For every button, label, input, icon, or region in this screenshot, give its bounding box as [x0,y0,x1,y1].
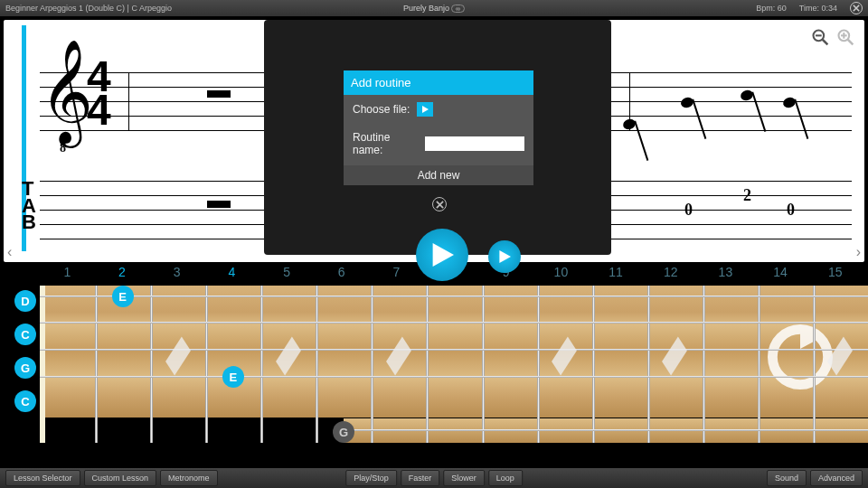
advanced-button[interactable]: Advanced [810,470,863,486]
fretboard[interactable] [40,286,868,418]
string [40,376,868,378]
string [40,322,868,324]
time-label: Time: 0:34 [799,4,837,13]
choose-file-button[interactable] [417,102,433,117]
clef-octave: 8 [60,141,66,155]
fret-number: 7 [369,265,424,283]
fret-wire [647,286,650,443]
routine-name-input[interactable] [425,136,524,151]
fifth-string-mask [40,418,344,443]
fret-wire [426,286,429,443]
fret-wire [537,286,540,443]
fret-wire [205,286,208,443]
routine-name-label: Routine name: [353,131,418,156]
tab-number: 2 [743,186,751,205]
finger-marker[interactable]: E [222,366,244,388]
open-string-label[interactable]: G [14,357,36,379]
fret-wire [150,286,153,443]
fret-number: 1 [40,265,95,283]
sound-button[interactable]: Sound [767,470,807,486]
bpm-label: Bpm: 60 [756,4,787,13]
fret-number: 12 [643,265,698,283]
fret-wire [95,286,98,443]
zoom-in-icon[interactable] [835,27,855,47]
fret-number: 3 [149,265,204,283]
metronome-button[interactable]: Metronome [160,470,218,486]
bottom-bar: Lesson SelectorCustom LessonMetronome Pl… [0,468,868,488]
open-string-label[interactable]: C [14,390,36,412]
fret-wire [316,286,318,443]
finger-marker[interactable]: E [112,286,134,307]
string [344,429,868,431]
play-half-button[interactable] [488,240,521,273]
svg-line-4 [848,40,854,45]
tab-number: 0 [787,201,795,220]
string [40,296,868,297]
fret-number: 10 [533,265,589,283]
modal-close-button[interactable] [432,197,447,211]
rest-icon [207,90,231,98]
fret-wire [371,286,373,443]
fret-wire [758,286,760,443]
faster-button[interactable]: Faster [401,470,440,486]
fret-wire [260,286,263,443]
tab-rest-icon [207,201,231,208]
svg-line-1 [823,40,828,45]
open-string-label[interactable]: C [14,324,36,345]
play-stop-button[interactable]: Play/Stop [345,470,397,486]
tab-label: T A B [22,181,36,231]
fret-number: 13 [698,265,753,283]
fret-wire [482,286,485,443]
treble-clef-icon: 𝄞 [40,47,93,137]
fret-number: 5 [259,265,315,283]
fret-number: 15 [807,265,863,283]
custom-lesson-button[interactable]: Custom Lesson [84,470,157,486]
fret-number: 11 [589,265,644,283]
play-button[interactable] [416,229,468,281]
string [40,349,868,351]
add-new-button[interactable]: Add new [344,165,533,185]
fret-number: 14 [753,265,808,283]
modal-title: Add routine [344,70,533,95]
fifth-string-label[interactable]: G [333,421,354,443]
fret-wire [703,286,705,443]
time-signature: 44 [87,60,111,127]
scroll-left-icon[interactable]: ‹ [7,244,12,260]
repeat-overlay-icon [760,316,841,398]
tab-number: 0 [684,201,693,220]
fret-number: 6 [314,265,369,283]
scroll-right-icon[interactable]: › [856,244,861,260]
slower-button[interactable]: Slower [443,470,485,486]
nut [40,286,45,443]
add-routine-modal: Add routine Choose file: Routine name: A… [344,70,533,185]
fret-wire [592,286,595,443]
choose-file-label: Choose file: [353,103,410,116]
zoom-out-icon[interactable] [810,27,830,47]
app-title: Purely Banjo∞ [403,4,465,13]
loop-button[interactable]: Loop [488,470,523,486]
fret-number: 2 [95,265,150,283]
open-string-label[interactable]: D [14,290,36,312]
close-button[interactable] [850,2,863,14]
lesson-title: Beginner Arpeggios 1 (Double C) | C Arpe… [5,4,172,13]
lesson-selector-button[interactable]: Lesson Selector [5,470,80,486]
fret-number: 4 [204,265,259,283]
fret-wire [813,286,816,443]
top-bar: Beginner Arpeggios 1 (Double C) | C Arpe… [0,0,868,16]
